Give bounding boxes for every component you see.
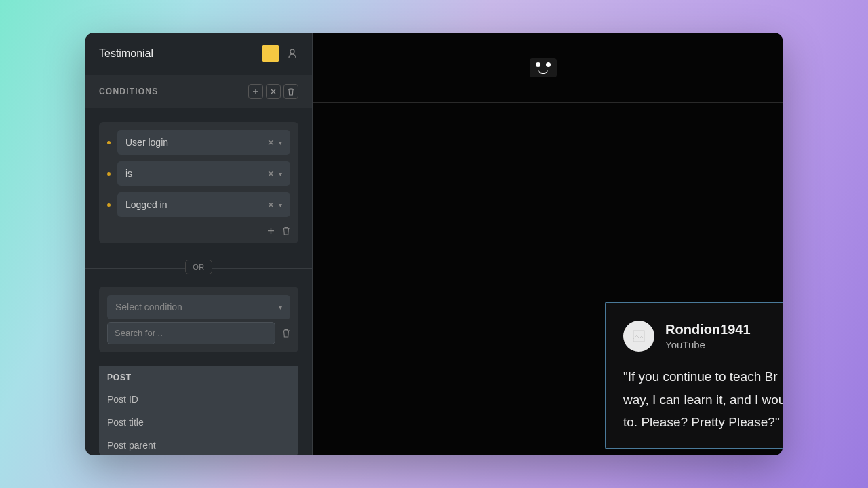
testimonial-quote-line: way, I can learn it, and I wou	[623, 388, 765, 411]
dropdown-item[interactable]: Post title	[99, 411, 298, 434]
header-icons	[262, 45, 298, 62]
chevron-down-icon: ▾	[279, 304, 282, 311]
delete-conditions-button[interactable]	[283, 84, 298, 99]
delete-group-button[interactable]	[282, 329, 290, 338]
condition-value-value: Logged in	[125, 199, 167, 210]
condition-field-select[interactable]: User login ✕ ▾	[117, 130, 290, 155]
testimonial-quote-line: to. Please? Pretty Please?"	[623, 411, 765, 433]
brand-logo-icon	[530, 58, 557, 77]
sidebar: Testimonial CONDITIONS	[85, 33, 313, 455]
condition-field-value: User login	[125, 137, 168, 148]
delete-group-button[interactable]	[282, 226, 290, 235]
condition-operator-value: is	[125, 168, 132, 179]
color-swatch[interactable]	[262, 45, 279, 62]
clear-icon[interactable]: ✕	[267, 138, 275, 148]
clear-icon[interactable]: ✕	[267, 200, 275, 210]
condition-row: is ✕ ▾	[107, 161, 290, 186]
dropdown-item[interactable]: Post parent	[99, 434, 298, 455]
svg-point-0	[290, 49, 294, 54]
bullet-icon	[107, 141, 111, 144]
conditions-header: CONDITIONS	[85, 75, 312, 108]
dropdown-item[interactable]: Post ID	[99, 388, 298, 411]
main-area: Rondion1941 YouTube "If you continue to …	[313, 33, 783, 455]
add-condition-button[interactable]	[248, 84, 263, 99]
clear-icon[interactable]: ✕	[267, 169, 275, 179]
person-icon[interactable]	[286, 47, 298, 60]
select-condition-placeholder: Select condition	[115, 302, 182, 312]
condition-row: User login ✕ ▾	[107, 130, 290, 155]
condition-operator-select[interactable]: is ✕ ▾	[117, 161, 290, 186]
condition-group-2: Select condition ▾	[99, 287, 298, 352]
testimonial-quote-line: "If you continue to teach Br	[623, 365, 765, 388]
conditions-label: CONDITIONS	[99, 87, 158, 96]
bullet-icon	[107, 172, 111, 176]
condition-value-select[interactable]: Logged in ✕ ▾	[117, 192, 290, 217]
condition-row: Logged in ✕ ▾	[107, 192, 290, 217]
testimonial-meta: Rondion1941 YouTube	[665, 322, 751, 350]
condition-group-1: User login ✕ ▾ is ✕ ▾	[99, 122, 298, 243]
svg-rect-1	[633, 331, 644, 342]
brand	[530, 58, 566, 77]
testimonial-head: Rondion1941 YouTube	[623, 321, 765, 352]
testimonial-name: Rondion1941	[665, 322, 751, 338]
condition-dropdown: POST Post ID Post title Post parent Post…	[99, 366, 298, 455]
chevron-down-icon[interactable]: ▾	[279, 139, 282, 146]
conditions-actions	[248, 84, 298, 99]
chevron-down-icon[interactable]: ▾	[279, 170, 282, 178]
clear-condition-button[interactable]	[266, 84, 281, 99]
dropdown-category: POST	[99, 366, 298, 388]
or-separator: OR	[85, 257, 312, 280]
search-input[interactable]	[107, 322, 275, 344]
top-bar	[313, 33, 783, 103]
chevron-down-icon[interactable]: ▾	[279, 201, 282, 209]
sidebar-title: Testimonial	[99, 47, 153, 60]
group-footer	[107, 224, 290, 235]
testimonial-card[interactable]: Rondion1941 YouTube "If you continue to …	[605, 302, 783, 449]
select-condition-dropdown[interactable]: Select condition ▾	[107, 295, 290, 319]
add-row-button[interactable]	[267, 226, 275, 235]
bullet-icon	[107, 203, 111, 207]
or-badge: OR	[185, 260, 212, 274]
search-row	[107, 322, 290, 344]
testimonial-source: YouTube	[665, 339, 751, 350]
app-window: Testimonial CONDITIONS	[85, 33, 783, 455]
avatar	[623, 321, 654, 352]
sidebar-header: Testimonial	[85, 33, 312, 75]
